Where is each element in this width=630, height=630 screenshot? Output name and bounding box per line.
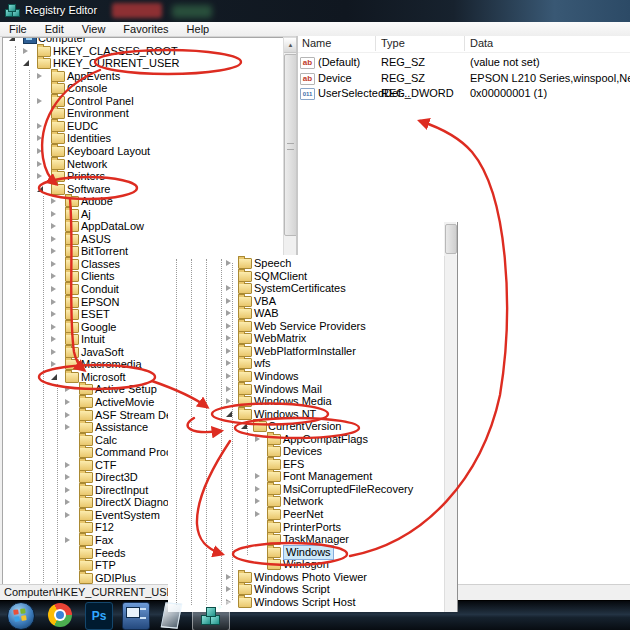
taskbar-registry-editor-icon[interactable]: ✦ [192,601,230,630]
expand-icon[interactable] [51,223,56,229]
expand-icon[interactable] [37,161,42,167]
taskbar-glass-app-icon[interactable] [154,601,190,629]
tree-item-label[interactable]: HKEY_CURRENT_USER [53,57,180,70]
expand-icon[interactable] [51,361,56,367]
expand-icon[interactable] [226,310,231,316]
expand-icon[interactable] [226,586,231,592]
tree-item-label[interactable]: SystemCertificates [254,282,346,295]
tree-item-label[interactable]: SQMClient [254,270,307,283]
tree-item-appdatalow[interactable]: AppDataLow [3,220,284,233]
tree-item-appevents[interactable]: AppEvents [3,70,284,83]
tree-item-label[interactable]: wfs [254,357,271,370]
tree-item-label[interactable]: WebMatrix [254,332,306,345]
tree-item-label[interactable]: Fax [95,534,113,547]
expand-icon[interactable] [51,286,56,292]
expand-icon[interactable] [37,148,42,154]
expand-icon[interactable] [226,373,231,379]
expand-icon[interactable] [51,273,56,279]
tree-item-winlogon[interactable]: Winlogon [168,558,458,571]
expand-icon[interactable] [226,285,231,291]
collapse-icon[interactable] [9,37,15,41]
expand-icon[interactable] [226,574,231,580]
taskbar-display-app-icon[interactable] [117,601,153,629]
tree-item-label[interactable]: Winlogon [283,558,329,571]
expand-icon[interactable] [65,499,70,505]
tree-item-label[interactable]: F12 [95,521,114,534]
expand-icon[interactable] [65,424,70,430]
tree-item-label[interactable]: Classes [81,258,120,271]
tree-item-label[interactable]: Windows [254,370,299,383]
tree-item-msicorruptedfilerecovery[interactable]: MsiCorruptedFileRecovery [168,483,458,496]
tree-item-label[interactable]: BitTorrent [81,245,128,258]
expand-icon[interactable] [51,211,56,217]
expand-icon[interactable] [226,260,231,266]
tree-item-label[interactable]: Microsoft [81,371,126,384]
tree-item-appcompatflags[interactable]: AppCompatFlags [168,433,458,446]
tree-item-windows-nt[interactable]: Windows NT [168,408,458,421]
expand-icon[interactable] [51,311,56,317]
tree-item-control-panel[interactable]: Control Panel [3,95,284,108]
tree-item-label[interactable]: Aj [81,208,91,221]
expand-icon[interactable] [37,173,42,179]
column-header-name[interactable]: Name [302,37,331,49]
expand-icon[interactable] [226,348,231,354]
tree-item-windows-script[interactable]: Windows Script [168,583,458,596]
expand-icon[interactable] [51,248,56,254]
tree-item-printerports[interactable]: PrinterPorts [168,521,458,534]
expand-icon[interactable] [65,399,70,405]
tree-item-label[interactable]: Adobe [81,195,113,208]
tree-item-eudc[interactable]: EUDC [3,120,284,133]
tree-item-windows-photo-viewer[interactable]: Windows Photo Viewer [168,571,458,584]
tree-item-label[interactable]: Windows Script [254,583,330,596]
tree-item-label[interactable]: Macromedia [81,358,142,371]
expand-icon[interactable] [226,386,231,392]
expand-icon[interactable] [255,436,260,442]
tree-item-network[interactable]: Network [168,495,458,508]
tree-item-windows[interactable]: Windows [168,546,458,559]
scrollbar-thumb[interactable] [445,224,457,254]
expand-icon[interactable] [37,135,42,141]
collapse-icon[interactable] [37,186,43,192]
tree-item-label[interactable]: CurrentVersion [268,420,341,433]
tree-item-label[interactable]: JavaSoft [81,346,124,359]
tree-item-wab[interactable]: WAB [168,307,458,320]
expand-icon[interactable] [65,537,70,543]
tree-item-aj[interactable]: Aj [3,208,284,221]
tree-item-label[interactable]: Conduit [81,283,119,296]
expand-icon[interactable] [37,98,42,104]
tree-item-sqmclient[interactable]: SQMClient [168,270,458,283]
tree-item-label[interactable]: Network [67,158,107,171]
tree-item-console[interactable]: Console [3,82,284,95]
expand-icon[interactable] [255,511,260,517]
expand-icon[interactable] [51,261,56,267]
tree-item-environment[interactable]: Environment [3,107,284,120]
overlay-registry-tree[interactable]: SpeechSQMClientSystemCertificatesVBAWABW… [168,255,458,612]
menu-favorites[interactable]: Favorites [114,22,177,35]
tree-item-label[interactable]: Identities [67,132,111,145]
menu-file[interactable]: File [0,22,36,35]
tree-item-label[interactable]: GDIPlus [95,572,136,585]
tree-item-efs[interactable]: EFS [168,458,458,471]
expand-icon[interactable] [65,412,70,418]
tree-item-windows-mail[interactable]: Windows Mail [168,383,458,396]
tree-item-label[interactable]: FTP [95,559,116,572]
tree-item-label[interactable]: HKEY_CLASSES_ROOT [53,45,178,58]
column-header-data[interactable]: Data [470,37,493,49]
tree-item-label[interactable]: Devices [283,445,322,458]
tree-item-label[interactable]: Feeds [95,547,126,560]
tree-item-asus[interactable]: ASUS [3,233,284,246]
expand-icon[interactable] [65,512,70,518]
tree-item-label[interactable]: Google [81,321,116,334]
expand-icon[interactable] [226,323,231,329]
tree-item-label[interactable]: Web Service Providers [254,320,366,333]
tree-item-windows-media[interactable]: Windows Media [168,395,458,408]
tree-item-label[interactable]: Network [283,495,323,508]
tree-item-webplatforminstaller[interactable]: WebPlatformInstaller [168,345,458,358]
tree-item-label[interactable]: Speech [254,257,291,270]
expand-icon[interactable] [65,487,70,493]
tree-item-label[interactable]: Clients [81,270,115,283]
tree-item-label[interactable]: VBA [254,295,276,308]
tree-item-font-management[interactable]: Font Management [168,470,458,483]
value-row-device[interactable]: abDeviceREG_SZEPSON L210 Series,winspool… [300,71,628,86]
tree-item-label[interactable]: Environment [67,107,129,120]
